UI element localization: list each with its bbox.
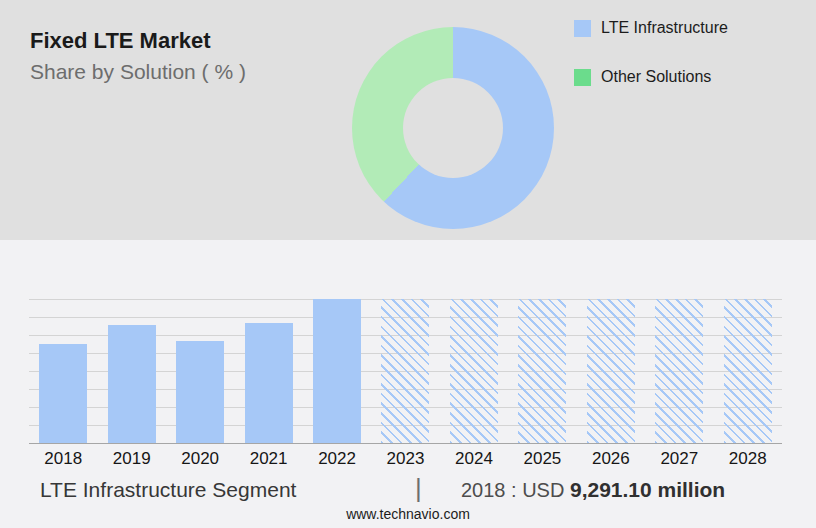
infographic-canvas: Fixed LTE Market Share by Solution ( % )…: [0, 0, 816, 528]
x-tick-2022: 2022: [303, 449, 371, 469]
x-tick-2028: 2028: [714, 449, 782, 469]
bar-slot-2021: [234, 299, 302, 443]
bar-slot-2022: [303, 299, 371, 443]
legend-item-lte-infrastructure: LTE Infrastructure: [574, 19, 728, 37]
x-tick-2027: 2027: [645, 449, 713, 469]
legend-item-other-solutions: Other Solutions: [574, 68, 728, 86]
segment-panel: 2018201920202021202220232024202520262027…: [0, 240, 816, 528]
donut-hole: [403, 78, 503, 178]
x-tick-2019: 2019: [97, 449, 165, 469]
forecast-bar-2027: [655, 299, 703, 443]
x-tick-2020: 2020: [166, 449, 234, 469]
bar-2020: [176, 341, 224, 443]
legend-label: Other Solutions: [601, 68, 711, 86]
bar-slot-2028: [714, 299, 782, 443]
bar-slot-2027: [645, 299, 713, 443]
x-axis-labels: 2018201920202021202220232024202520262027…: [29, 449, 782, 469]
x-tick-2023: 2023: [371, 449, 439, 469]
bar-slot-2026: [577, 299, 645, 443]
bar-slot-2020: [166, 299, 234, 443]
value-prefix: 2018 : USD: [461, 479, 570, 501]
legend-swatch-blue-icon: [574, 20, 591, 37]
bar-slot-2025: [508, 299, 576, 443]
forecast-bar-2026: [587, 299, 635, 443]
bar-slot-2018: [29, 299, 97, 443]
legend: LTE Infrastructure Other Solutions: [574, 19, 728, 117]
legend-swatch-green-icon: [574, 69, 591, 86]
value-amount: 9,291.10 million: [570, 478, 725, 501]
bar-chart-plot-area: [29, 299, 782, 444]
share-panel: Fixed LTE Market Share by Solution ( % )…: [0, 0, 816, 240]
segment-caption: LTE Infrastructure Segment: [40, 478, 296, 502]
x-tick-2025: 2025: [508, 449, 576, 469]
legend-label: LTE Infrastructure: [601, 19, 728, 37]
forecast-bar-2025: [518, 299, 566, 443]
x-tick-2024: 2024: [440, 449, 508, 469]
bar-2019: [108, 325, 156, 443]
page-title: Fixed LTE Market: [30, 28, 211, 54]
bar-2018: [39, 344, 87, 443]
bar-slot-2023: [371, 299, 439, 443]
forecast-bar-2028: [724, 299, 772, 443]
bar-slot-2019: [97, 299, 165, 443]
website-url: www.technavio.com: [0, 506, 816, 522]
forecast-bar-2023: [381, 299, 429, 443]
x-tick-2026: 2026: [577, 449, 645, 469]
value-line: 2018 : USD 9,291.10 million: [461, 478, 725, 502]
bar-2021: [245, 323, 293, 443]
x-tick-2021: 2021: [234, 449, 302, 469]
donut-chart: [352, 27, 554, 229]
x-tick-2018: 2018: [29, 449, 97, 469]
bar-2022: [313, 299, 361, 443]
bar-slot-2024: [440, 299, 508, 443]
caption-separator: |: [415, 473, 422, 504]
bar-series: [29, 299, 782, 443]
page-subtitle: Share by Solution ( % ): [30, 60, 246, 84]
forecast-bar-2024: [450, 299, 498, 443]
